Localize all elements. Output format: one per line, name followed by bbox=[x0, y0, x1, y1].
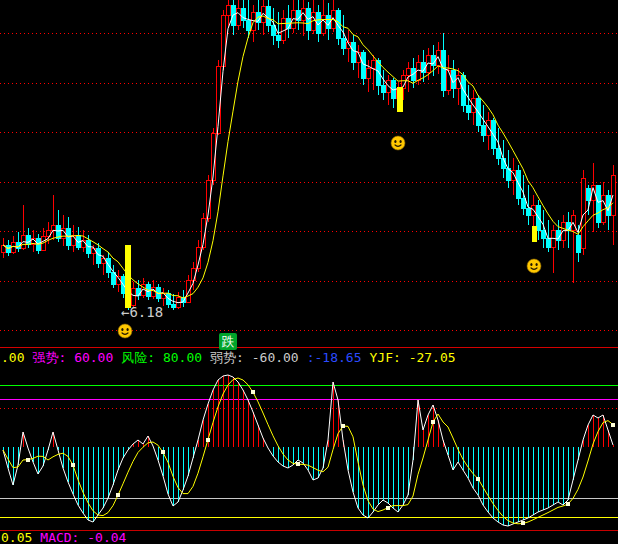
main-ma-lines bbox=[3, 13, 613, 303]
candles bbox=[2, 0, 616, 310]
chart-canvas[interactable] bbox=[0, 0, 618, 544]
smiley-icons bbox=[118, 136, 541, 338]
macd-values-row: 0.05 MACD: -0.04 bbox=[1, 530, 126, 544]
indicator-values-row: .00 强势: 60.00 风险: 80.00 弱势: -60.00 :-18.… bbox=[1, 350, 456, 366]
signal-bars bbox=[125, 87, 537, 308]
sub-level-lines bbox=[0, 348, 618, 531]
macd-value: MACD: -0.04 bbox=[40, 530, 126, 544]
indicator-yjf: YJF: -27.05 bbox=[370, 350, 456, 366]
indicator-strong: 强势: 60.00 bbox=[32, 350, 113, 366]
indicator-extra-value: :-18.65 bbox=[307, 350, 362, 366]
smiley-icon bbox=[527, 259, 541, 273]
indicator-left-value: .00 bbox=[1, 350, 24, 366]
sub-histogram bbox=[4, 375, 614, 526]
fall-badge: 跌 bbox=[219, 333, 237, 350]
indicator-weak: 弱势: -60.00 bbox=[210, 350, 299, 366]
indicator-risk: 风险: 80.00 bbox=[121, 350, 202, 366]
stock-chart-window: .00 强势: 60.00 风险: 80.00 弱势: -60.00 :-18.… bbox=[0, 0, 618, 544]
smiley-icon bbox=[118, 324, 132, 338]
sub-line-markers bbox=[26, 390, 615, 525]
smiley-icon bbox=[391, 136, 405, 150]
price-low-label: ←6.18 bbox=[121, 304, 163, 320]
main-gridlines bbox=[0, 34, 618, 331]
macd-left-value: 0.05 bbox=[1, 530, 32, 544]
